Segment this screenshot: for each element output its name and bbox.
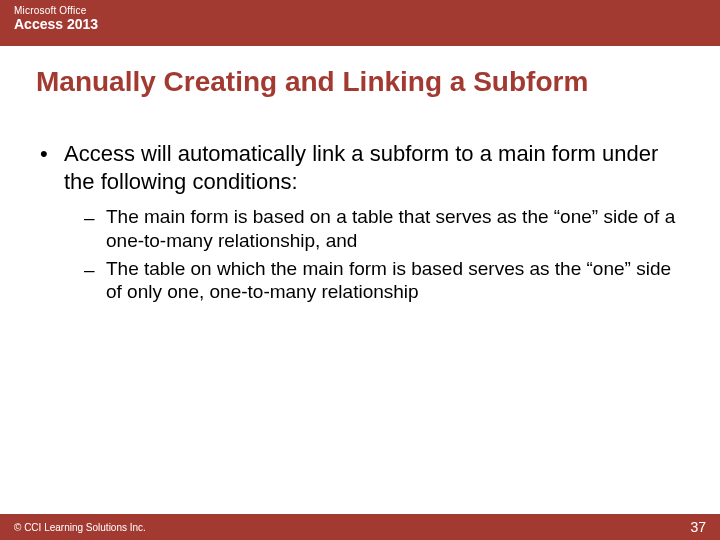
bullet-marker: • [36,140,64,168]
header-band: Microsoft Office Access 2013 [0,0,720,46]
sub-bullet-marker: – [84,257,106,282]
sub-bullet-text: The main form is based on a table that s… [106,205,676,253]
bullet-text: Access will automatically link a subform… [64,140,676,195]
sub-bullet-list: – The main form is based on a table that… [84,205,676,304]
footer-copyright: © CCI Learning Solutions Inc. [14,522,146,533]
slide-title: Manually Creating and Linking a Subform [36,66,684,98]
header-large-text: Access 2013 [14,16,706,32]
sub-bullet-item: – The main form is based on a table that… [84,205,676,253]
page-number: 37 [690,519,706,535]
footer-band: © CCI Learning Solutions Inc. 37 [0,514,720,540]
sub-bullet-item: – The table on which the main form is ba… [84,257,676,305]
sub-bullet-text: The table on which the main form is base… [106,257,676,305]
header-small-text: Microsoft Office [14,5,706,16]
bullet-item: • Access will automatically link a subfo… [36,140,676,195]
slide: Microsoft Office Access 2013 Manually Cr… [0,0,720,540]
sub-bullet-marker: – [84,205,106,230]
slide-body: • Access will automatically link a subfo… [36,140,676,308]
